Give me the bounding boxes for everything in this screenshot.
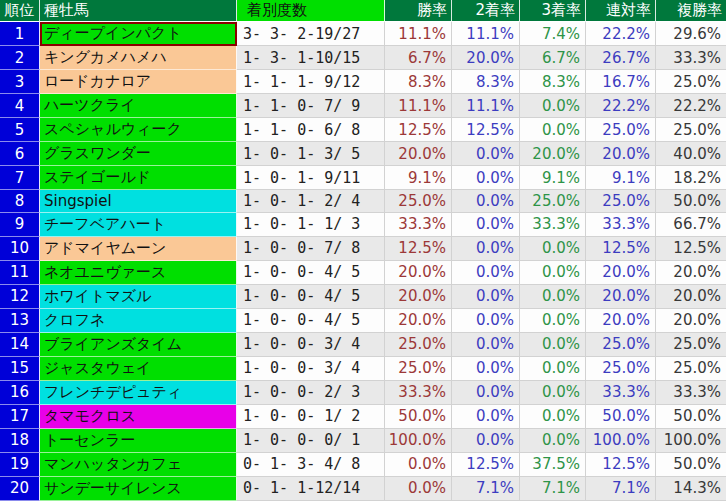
- rank-cell[interactable]: 6: [0, 142, 40, 166]
- quinella-rate-cell[interactable]: 20.0%: [586, 309, 656, 333]
- record-cell[interactable]: 3- 3- 2-19/27: [237, 22, 385, 46]
- second-rate-cell[interactable]: 11.1%: [452, 94, 520, 118]
- header-second-rate[interactable]: 2着率: [452, 0, 520, 22]
- third-rate-cell[interactable]: 20.0%: [520, 142, 586, 166]
- win-rate-cell[interactable]: 11.1%: [385, 22, 452, 46]
- sire-name-cell[interactable]: ブライアンズタイム: [40, 333, 237, 357]
- quinella-rate-cell[interactable]: 16.7%: [586, 70, 656, 94]
- show-rate-cell[interactable]: 25.0%: [656, 70, 726, 94]
- second-rate-cell[interactable]: 0.0%: [452, 166, 520, 190]
- sire-name-cell[interactable]: ディープインパクト: [40, 22, 237, 46]
- sire-name-cell[interactable]: トーセンラー: [40, 429, 237, 453]
- rank-cell[interactable]: 20: [0, 477, 40, 501]
- show-rate-cell[interactable]: 12.5%: [656, 237, 726, 261]
- rank-cell[interactable]: 17: [0, 405, 40, 429]
- second-rate-cell[interactable]: 0.0%: [452, 333, 520, 357]
- rank-cell[interactable]: 19: [0, 453, 40, 477]
- rank-cell[interactable]: 15: [0, 357, 40, 381]
- show-rate-cell[interactable]: 50.0%: [656, 453, 726, 477]
- quinella-rate-cell[interactable]: 20.0%: [586, 261, 656, 285]
- quinella-rate-cell[interactable]: 33.3%: [586, 381, 656, 405]
- rank-cell[interactable]: 11: [0, 261, 40, 285]
- rank-cell[interactable]: 16: [0, 381, 40, 405]
- second-rate-cell[interactable]: 8.3%: [452, 70, 520, 94]
- rank-cell[interactable]: 7: [0, 166, 40, 190]
- win-rate-cell[interactable]: 12.5%: [385, 118, 452, 142]
- win-rate-cell[interactable]: 20.0%: [385, 309, 452, 333]
- header-win-rate[interactable]: 勝率: [385, 0, 452, 22]
- header-third-rate[interactable]: 3着率: [520, 0, 586, 22]
- second-rate-cell[interactable]: 0.0%: [452, 309, 520, 333]
- second-rate-cell[interactable]: 0.0%: [452, 357, 520, 381]
- second-rate-cell[interactable]: 0.0%: [452, 429, 520, 453]
- quinella-rate-cell[interactable]: 9.1%: [586, 166, 656, 190]
- show-rate-cell[interactable]: 66.7%: [656, 213, 726, 237]
- third-rate-cell[interactable]: 25.0%: [520, 190, 586, 213]
- rank-cell[interactable]: 18: [0, 429, 40, 453]
- third-rate-cell[interactable]: 9.1%: [520, 166, 586, 190]
- show-rate-cell[interactable]: 20.0%: [656, 309, 726, 333]
- sire-name-cell[interactable]: フレンチデピュティ: [40, 381, 237, 405]
- win-rate-cell[interactable]: 8.3%: [385, 70, 452, 94]
- record-cell[interactable]: 1- 1- 1- 9/12: [237, 70, 385, 94]
- second-rate-cell[interactable]: 0.0%: [452, 405, 520, 429]
- record-cell[interactable]: 1- 0- 1- 9/11: [237, 166, 385, 190]
- second-rate-cell[interactable]: 12.5%: [452, 453, 520, 477]
- sire-name-cell[interactable]: グラスワンダー: [40, 142, 237, 166]
- quinella-rate-cell[interactable]: 12.5%: [586, 237, 656, 261]
- quinella-rate-cell[interactable]: 22.2%: [586, 22, 656, 46]
- second-rate-cell[interactable]: 12.5%: [452, 118, 520, 142]
- record-cell[interactable]: 1- 0- 0- 4/ 5: [237, 285, 385, 309]
- record-cell[interactable]: 1- 1- 0- 7/ 9: [237, 94, 385, 118]
- quinella-rate-cell[interactable]: 25.0%: [586, 118, 656, 142]
- third-rate-cell[interactable]: 0.0%: [520, 309, 586, 333]
- quinella-rate-cell[interactable]: 25.0%: [586, 357, 656, 381]
- second-rate-cell[interactable]: 0.0%: [452, 213, 520, 237]
- third-rate-cell[interactable]: 0.0%: [520, 429, 586, 453]
- sire-name-cell[interactable]: ネオユニヴァース: [40, 261, 237, 285]
- header-show-rate[interactable]: 複勝率: [656, 0, 726, 22]
- quinella-rate-cell[interactable]: 25.0%: [586, 333, 656, 357]
- show-rate-cell[interactable]: 20.0%: [656, 285, 726, 309]
- quinella-rate-cell[interactable]: 50.0%: [586, 405, 656, 429]
- quinella-rate-cell[interactable]: 7.1%: [586, 477, 656, 501]
- win-rate-cell[interactable]: 20.0%: [385, 261, 452, 285]
- show-rate-cell[interactable]: 33.3%: [656, 381, 726, 405]
- record-cell[interactable]: 1- 0- 0- 3/ 4: [237, 333, 385, 357]
- record-cell[interactable]: 1- 0- 0- 3/ 4: [237, 357, 385, 381]
- show-rate-cell[interactable]: 20.0%: [656, 261, 726, 285]
- rank-cell[interactable]: 4: [0, 94, 40, 118]
- third-rate-cell[interactable]: 0.0%: [520, 357, 586, 381]
- record-cell[interactable]: 1- 0- 0- 0/ 1: [237, 429, 385, 453]
- record-cell[interactable]: 1- 0- 1- 2/ 4: [237, 190, 385, 213]
- win-rate-cell[interactable]: 12.5%: [385, 237, 452, 261]
- third-rate-cell[interactable]: 7.4%: [520, 22, 586, 46]
- show-rate-cell[interactable]: 50.0%: [656, 405, 726, 429]
- record-cell[interactable]: 1- 0- 0- 1/ 2: [237, 405, 385, 429]
- show-rate-cell[interactable]: 14.3%: [656, 477, 726, 501]
- win-rate-cell[interactable]: 100.0%: [385, 429, 452, 453]
- win-rate-cell[interactable]: 20.0%: [385, 285, 452, 309]
- show-rate-cell[interactable]: 50.0%: [656, 190, 726, 213]
- sire-name-cell[interactable]: チーフベアハート: [40, 213, 237, 237]
- sire-name-cell[interactable]: アドマイヤムーン: [40, 237, 237, 261]
- quinella-rate-cell[interactable]: 20.0%: [586, 285, 656, 309]
- second-rate-cell[interactable]: 0.0%: [452, 237, 520, 261]
- quinella-rate-cell[interactable]: 33.3%: [586, 213, 656, 237]
- second-rate-cell[interactable]: 20.0%: [452, 46, 520, 70]
- rank-cell[interactable]: 10: [0, 237, 40, 261]
- sire-name-cell[interactable]: スペシャルウィーク: [40, 118, 237, 142]
- second-rate-cell[interactable]: 11.1%: [452, 22, 520, 46]
- win-rate-cell[interactable]: 50.0%: [385, 405, 452, 429]
- second-rate-cell[interactable]: 0.0%: [452, 381, 520, 405]
- record-cell[interactable]: 1- 1- 0- 6/ 8: [237, 118, 385, 142]
- record-cell[interactable]: 1- 3- 1-10/15: [237, 46, 385, 70]
- quinella-rate-cell[interactable]: 26.7%: [586, 46, 656, 70]
- win-rate-cell[interactable]: 6.7%: [385, 46, 452, 70]
- sire-name-cell[interactable]: ロードカナロア: [40, 70, 237, 94]
- third-rate-cell[interactable]: 37.5%: [520, 453, 586, 477]
- sire-name-cell[interactable]: ステイゴールド: [40, 166, 237, 190]
- show-rate-cell[interactable]: 25.0%: [656, 357, 726, 381]
- win-rate-cell[interactable]: 20.0%: [385, 142, 452, 166]
- win-rate-cell[interactable]: 25.0%: [385, 190, 452, 213]
